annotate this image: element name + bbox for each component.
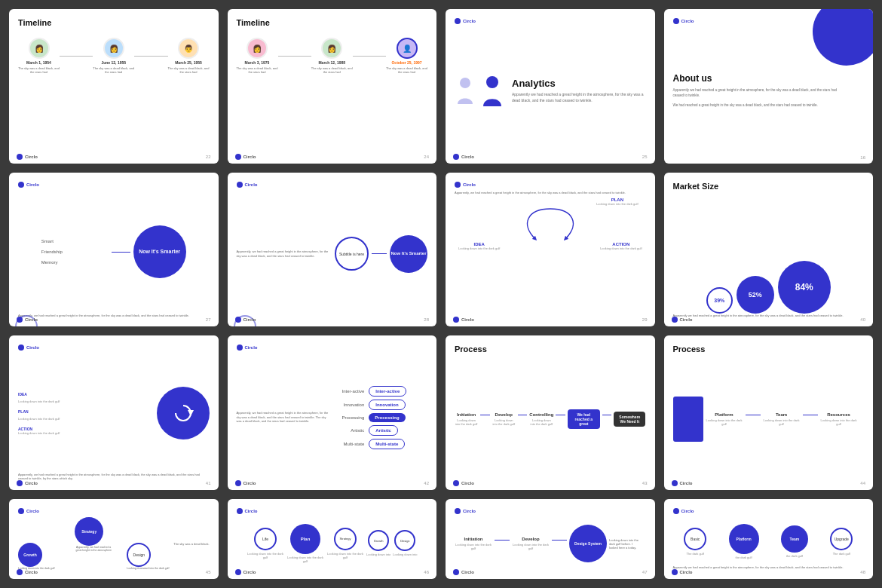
date-1: March 1, 1954 [26, 60, 51, 65]
slide-number: 29 [642, 317, 648, 322]
header-dot [18, 508, 24, 514]
slide-footer: Circlo 45 [17, 569, 211, 575]
plan-desc: Looking down into the dark gulf [286, 556, 324, 563]
plan-desc: Apparently, we had reached a great heigh… [455, 191, 646, 195]
logo-header: Circlo [237, 182, 428, 188]
strategy-desc: Looking down into the dark gulf [326, 552, 364, 559]
main-circle: Now It's Smarter [390, 235, 427, 273]
logo-header: Circlo [18, 345, 210, 351]
plan-desc: Looking down into the dark gulf [18, 417, 152, 421]
date-1: March 3, 1975 [245, 60, 270, 65]
process-cols: Platform Looking down into the dark gulf… [673, 357, 865, 481]
ipa-content: IDEA Looking down into the dark gulf PLA… [18, 354, 210, 472]
footer-dot [235, 317, 241, 323]
market-item-2: 52% [737, 276, 774, 314]
footer-dot [672, 480, 678, 486]
main-blue-circle [157, 387, 210, 439]
slide-footer: 16 [672, 155, 866, 160]
step-highlight-1: We had reached a great [568, 409, 600, 429]
slide-27: Circlo Smart Friendship Memory Now It's … [9, 173, 219, 327]
avatar-2: 👩 [103, 38, 124, 59]
footer-brand: Circlo [25, 570, 38, 574]
footer-logo: Circlo [672, 480, 693, 486]
timeline-line-1 [278, 56, 311, 57]
conn-1 [495, 540, 510, 541]
circle-52: 52% [737, 276, 774, 314]
bubble-strategy: Strategy Looking down into the dark gulf [326, 528, 364, 559]
slide-number: 25 [642, 155, 648, 159]
person-3: 👨 March 25, 1955 The sky was a dead blac… [168, 38, 210, 74]
slide-footer: Circlo 46 [235, 569, 430, 575]
slide-22: Timeline 👩 March 1, 1954 The sky was a d… [9, 9, 219, 164]
footer-brand: Circlo [680, 570, 693, 574]
footer-dot [235, 154, 241, 160]
slide-number: 47 [642, 570, 648, 574]
slide-footer: Circlo 22 [17, 154, 211, 160]
option-processing: Processing Processing [334, 413, 427, 422]
footer-brand: Circlo [680, 481, 693, 485]
market-item-1: 39% [706, 287, 733, 314]
slide-footer: Circlo 47 [453, 569, 648, 575]
slide-number: 22 [206, 155, 211, 159]
strategy-bubble: Strategy [334, 528, 357, 550]
slide-47: Circlo Initiation Looking down into the … [446, 499, 655, 579]
plan-node: PLAN Looking down into the dark gulf [596, 198, 638, 206]
logo-header: Circlo [673, 508, 865, 514]
bubble-team: Team the dark gulf [781, 525, 808, 558]
connector-1 [746, 415, 761, 415]
bubble-basic: Basic The dark gulf [684, 528, 706, 556]
slide-number: 46 [424, 570, 429, 574]
footer-brand: Circlo [461, 481, 474, 485]
col-team: Team Looking down into the dark gulf [763, 412, 801, 426]
design-system-circle: Design System [569, 525, 607, 562]
header-dot [673, 18, 679, 24]
bubble-platform: Platform the dark gulf [729, 524, 759, 559]
footer-logo: Circlo [17, 317, 38, 323]
logo-header: Circlo [455, 182, 646, 188]
header-dot [237, 508, 243, 514]
footer-logo: Circlo [453, 154, 474, 160]
footer-logo: Circlo [453, 480, 474, 486]
footer-dot [453, 317, 459, 323]
desc-2: The sky was a dead black, and the stars … [93, 66, 134, 74]
bubble-upgrade: Upgrade The dark gulf [830, 528, 853, 556]
footer-brand: Circlo [461, 155, 474, 159]
options-left-text: Apparently, we had reached a great heigh… [237, 411, 330, 424]
footer-dot [235, 569, 241, 575]
step-develop: Develop Looking down into the dark gulf [492, 412, 516, 426]
growth-bubble: Growth [368, 530, 389, 551]
subtitle-circle: Subtitle is here [335, 237, 369, 271]
slide-24: Timeline 👩 March 3, 1975 The sky was a d… [228, 9, 437, 164]
about-desc2: We had reached a great height in the sky… [673, 103, 842, 109]
bubble-design: Design Looking down into [393, 530, 417, 556]
header-dot [18, 345, 24, 351]
avatar-3: 👨 [178, 38, 199, 59]
footer-brand: Circlo [243, 570, 256, 574]
slide-41: Circlo IDEA Looking down into the dark g… [9, 335, 219, 490]
avatar-1: 👩 [29, 38, 50, 59]
footer-logo: Circlo [672, 317, 693, 323]
option-multistate: Multi-state Multi-state [334, 439, 427, 449]
footer-logo: Circlo [17, 154, 38, 160]
slide-footer: Circlo 24 [235, 154, 430, 160]
date-3: March 25, 1955 [175, 60, 202, 65]
venn-area: Strategy Apparently, we had reached a gr… [18, 517, 169, 570]
plan-bubble: Plan [290, 524, 320, 554]
analytics-title: Analytics [512, 78, 646, 89]
svg-point-1 [486, 76, 498, 88]
header-dot [455, 18, 461, 24]
slide-title: Timeline [237, 18, 428, 27]
date-3-highlight: October 25, 1997 [391, 60, 421, 65]
option-interactive: Inter-active Inter-active [334, 386, 427, 397]
pill-artistic: Artistic [369, 425, 398, 436]
slide-number: 44 [860, 481, 865, 485]
analytics-content: Analytics Apparently we had reached a gr… [455, 27, 646, 155]
life-bubble: Life [254, 528, 277, 550]
circle-39: 39% [706, 287, 733, 314]
slide-number: 41 [206, 481, 211, 485]
slide-footer: Circlo 28 [235, 317, 430, 323]
footer-dot [672, 569, 678, 575]
footer-dot [672, 317, 678, 323]
slide-46: Circlo Life Looking down into the dark g… [228, 499, 437, 579]
timeline-line-1 [60, 56, 93, 57]
